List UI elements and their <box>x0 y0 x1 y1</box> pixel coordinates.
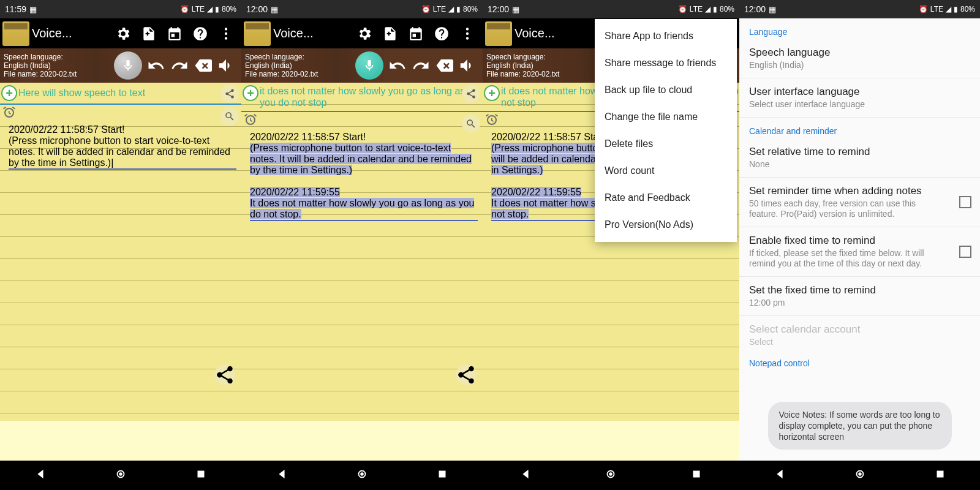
calendar-button[interactable] <box>403 21 429 47</box>
nav-back[interactable] <box>773 467 786 483</box>
menu-backup[interactable]: Back up file to cloud <box>595 77 737 104</box>
svg-point-16 <box>858 472 862 476</box>
overflow-button[interactable] <box>454 21 480 47</box>
search-button[interactable] <box>221 107 239 126</box>
app-icon <box>2 21 29 46</box>
undo-button[interactable] <box>386 55 409 77</box>
backspace-button[interactable] <box>192 55 214 77</box>
svg-point-6 <box>466 28 469 30</box>
svg-rect-17 <box>937 471 943 478</box>
setting-speech-language[interactable]: Speech language English (India) <box>739 39 980 78</box>
help-button[interactable] <box>429 21 454 47</box>
note-text[interactable]: 2020/02/22 11:58:57 Start! (Press microp… <box>241 132 483 221</box>
calendar-button[interactable] <box>162 21 187 47</box>
nav-recent[interactable] <box>194 467 208 483</box>
status-bar: 11:59 ▦ ⏰ LTE ◢ ▮ 80% <box>0 0 241 18</box>
nav-bar <box>483 461 739 490</box>
section-language: Language <box>739 18 980 39</box>
setting-enable-fixed[interactable]: Enable fixed time to remind If ticked, p… <box>739 227 980 277</box>
menu-pro[interactable]: Pro Version(No Ads) <box>595 211 737 238</box>
backspace-button[interactable] <box>433 55 455 77</box>
status-bar: 12:00 ▦ ⏰LTE◢▮80% <box>483 0 739 18</box>
undo-button[interactable] <box>145 55 167 77</box>
app-bar: Voice... <box>241 18 483 48</box>
setting-calendar-account[interactable]: Select calendar account Select <box>739 316 980 355</box>
checkbox-icon[interactable] <box>959 196 971 208</box>
settings-button[interactable] <box>110 21 136 47</box>
toolbar: Speech language:English (India)File name… <box>241 48 483 83</box>
note-area[interactable]: + Here will show speech to text 2020/02/… <box>0 83 241 421</box>
nav-back[interactable] <box>275 467 288 483</box>
alarm-icon: ⏰ <box>180 5 189 13</box>
nav-back[interactable] <box>34 467 47 483</box>
settings-button[interactable] <box>352 21 377 47</box>
new-file-button[interactable] <box>136 21 162 47</box>
overflow-button[interactable] <box>213 21 239 47</box>
setting-relative-time[interactable]: Set relative time to remind None <box>739 138 980 178</box>
nav-home[interactable] <box>355 467 369 483</box>
svg-point-1 <box>225 32 227 34</box>
nav-bar <box>0 461 241 490</box>
svg-point-0 <box>225 28 227 30</box>
alarm-note-icon[interactable] <box>243 112 258 128</box>
share-line-button[interactable] <box>221 85 239 103</box>
redo-button[interactable] <box>168 55 190 77</box>
signal-icon: ◢ <box>207 5 213 13</box>
menu-rate[interactable]: Rate and Feedback <box>595 184 737 211</box>
section-notepad: Notepad control <box>739 355 980 371</box>
battery-label: 80% <box>222 5 236 13</box>
nav-home[interactable] <box>853 467 867 483</box>
setting-reminder-adding[interactable]: Set reminder time when adding notes 50 t… <box>739 178 980 227</box>
svg-point-2 <box>225 37 227 39</box>
setting-fixed-time[interactable]: Set the fixed time to remind 12:00 pm <box>739 277 980 316</box>
share-line-button[interactable] <box>462 85 480 103</box>
alarm-note-icon[interactable] <box>484 112 500 128</box>
menu-rename[interactable]: Change the file name <box>595 104 737 130</box>
nav-recent[interactable] <box>690 467 703 483</box>
redo-button[interactable] <box>410 55 432 77</box>
calendar-status-icon: ▦ <box>29 5 37 14</box>
nav-recent[interactable] <box>435 467 449 483</box>
ad-space <box>483 421 739 461</box>
add-button[interactable]: + <box>484 85 500 101</box>
svg-point-13 <box>609 472 613 476</box>
svg-rect-11 <box>439 471 446 478</box>
clock: 11:59 <box>5 4 26 14</box>
network-label: LTE <box>192 5 205 13</box>
speaker-button[interactable] <box>215 55 237 77</box>
note-text[interactable]: 2020/02/22 11:58:57 Start! (Press microp… <box>0 124 241 170</box>
new-file-button[interactable] <box>377 21 403 47</box>
nav-home[interactable] <box>604 467 617 483</box>
share-all-button[interactable] <box>214 364 235 385</box>
app-icon <box>485 21 512 46</box>
svg-point-7 <box>466 32 469 34</box>
help-button[interactable] <box>187 21 213 47</box>
nav-home[interactable] <box>114 467 127 483</box>
toast-message: Voice Notes: If some words are too long … <box>768 402 952 450</box>
section-calendar: Calendar and reminder <box>739 118 980 138</box>
alarm-note-icon[interactable] <box>1 105 17 121</box>
search-button[interactable] <box>462 115 480 133</box>
nav-recent[interactable] <box>933 467 947 483</box>
nav-bar <box>241 461 483 490</box>
menu-wordcount[interactable]: Word count <box>595 157 737 184</box>
svg-point-10 <box>360 472 364 476</box>
setting-ui-language[interactable]: User interface language Select user inte… <box>739 78 980 118</box>
note-area[interactable]: + it does not matter how slowly you go a… <box>241 83 483 421</box>
share-all-button[interactable] <box>456 364 477 385</box>
app-bar: Voice... <box>0 18 241 48</box>
checkbox-icon[interactable] <box>959 246 971 258</box>
nav-back[interactable] <box>519 467 532 483</box>
app-icon <box>244 21 271 46</box>
mic-button-active[interactable] <box>355 51 383 80</box>
settings-list[interactable]: Language Speech language English (India)… <box>739 18 980 461</box>
mic-button[interactable] <box>114 51 142 80</box>
add-button[interactable]: + <box>1 85 17 101</box>
menu-share-message[interactable]: Share message to friends <box>595 50 737 77</box>
add-button[interactable]: + <box>243 85 258 101</box>
battery-icon: ▮ <box>215 5 219 13</box>
ad-space <box>241 421 483 461</box>
menu-delete[interactable]: Delete files <box>595 130 737 157</box>
menu-share-app[interactable]: Share App to friends <box>595 23 737 50</box>
speaker-button[interactable] <box>456 55 478 77</box>
